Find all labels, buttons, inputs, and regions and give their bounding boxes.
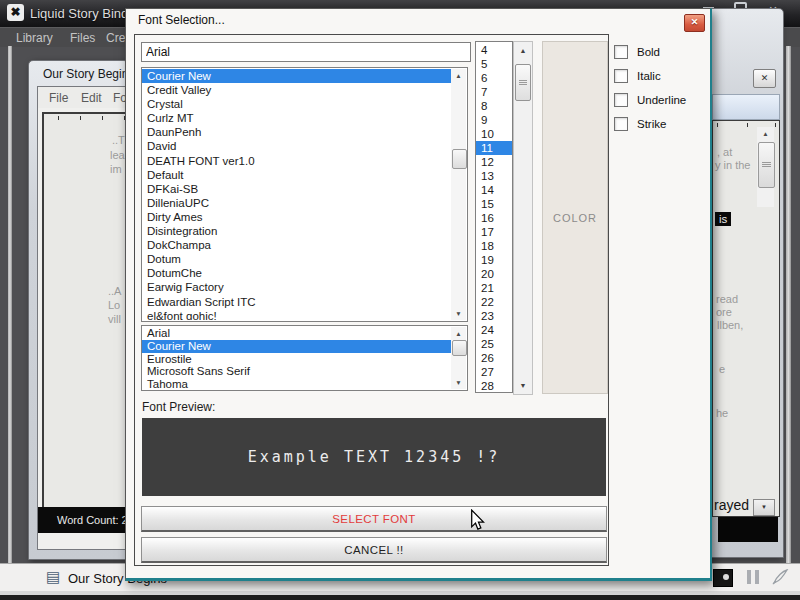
left-window: Our Story Begins File Edit Fo ..T lea im… xyxy=(28,60,129,560)
font-size-item[interactable]: 11 xyxy=(476,141,512,155)
select-font-button[interactable]: SELECT FONT xyxy=(141,506,607,532)
font-preview-label: Font Preview: xyxy=(142,400,215,414)
font-list-item[interactable]: Dotum xyxy=(142,252,451,266)
font-size-item[interactable]: 28 xyxy=(476,379,512,391)
right-window-scrollbar[interactable]: ▲ xyxy=(757,127,774,207)
font-size-item[interactable]: 25 xyxy=(476,337,512,351)
italic-label[interactable]: Italic xyxy=(637,70,661,82)
left-menu-edit[interactable]: Edit xyxy=(81,91,102,105)
font-size-item[interactable]: 6 xyxy=(476,71,512,85)
font-size-item[interactable]: 21 xyxy=(476,281,512,295)
font-size-item[interactable]: 4 xyxy=(476,43,512,57)
right-window-textarea[interactable]: ▲ , at y in the is read ore llben, e he … xyxy=(712,120,780,517)
dialog-close-button[interactable]: ✕ xyxy=(684,14,705,32)
font-size-item[interactable]: 9 xyxy=(476,113,512,127)
strike-checkbox[interactable] xyxy=(614,117,628,131)
font-size-item[interactable]: 16 xyxy=(476,211,512,225)
font-list-item[interactable]: Curlz MT xyxy=(142,111,451,125)
favorite-font-list[interactable]: ArialCourier NewEurostileMicrosoft Sans … xyxy=(141,325,468,391)
font-size-item[interactable]: 17 xyxy=(476,225,512,239)
scrollbar-thumb[interactable] xyxy=(515,64,531,101)
underline-checkbox[interactable] xyxy=(614,93,628,107)
font-list-item[interactable]: Edwardian Script ITC xyxy=(142,295,451,309)
font-list-item[interactable]: Disintegration xyxy=(142,224,451,238)
font-list-item[interactable]: DotumChe xyxy=(142,266,451,280)
font-list-item[interactable]: Courier New xyxy=(142,69,451,83)
favorite-font-item[interactable]: Arial xyxy=(142,327,451,340)
font-list-item[interactable]: David xyxy=(142,139,451,153)
font-list-item[interactable]: DaunPenh xyxy=(142,125,451,139)
scroll-down-icon[interactable]: ▼ xyxy=(451,307,466,320)
scrollbar-thumb[interactable] xyxy=(758,142,775,188)
font-size-item[interactable]: 26 xyxy=(476,351,512,365)
font-size-item[interactable]: 27 xyxy=(476,365,512,379)
scrollbar-thumb[interactable] xyxy=(452,340,467,356)
size-list-scrollbar[interactable]: ▲ ▼ xyxy=(513,41,533,395)
menu-files[interactable]: Files xyxy=(70,31,95,45)
text-fragment: vill xyxy=(108,313,121,325)
font-list-item[interactable]: DEATH FONT ver1.0 xyxy=(142,154,451,168)
font-list-item[interactable]: el&font gohic! xyxy=(142,309,451,320)
font-size-item[interactable]: 7 xyxy=(476,85,512,99)
font-size-item[interactable]: 12 xyxy=(476,155,512,169)
text-fragment: he xyxy=(716,407,728,419)
scrollbar-thumb[interactable] xyxy=(452,149,467,169)
strike-label[interactable]: Strike xyxy=(637,118,666,130)
favorite-font-item[interactable]: Courier New xyxy=(142,340,451,353)
font-size-item[interactable]: 18 xyxy=(476,239,512,253)
scroll-up-icon[interactable]: ▲ xyxy=(757,127,774,140)
favorite-font-item[interactable]: Tahoma xyxy=(142,378,451,389)
color-button[interactable]: COLOR xyxy=(542,41,608,394)
text-fragment: Lo xyxy=(108,299,120,311)
dropdown-arrow-icon: ▼ xyxy=(761,504,767,510)
font-size-item[interactable]: 23 xyxy=(476,309,512,323)
font-name-input[interactable] xyxy=(141,42,471,62)
font-list-item[interactable]: Crystal xyxy=(142,97,451,111)
font-list-item[interactable]: DokChampa xyxy=(142,238,451,252)
underline-label[interactable]: Underline xyxy=(637,94,686,106)
cancel-button[interactable]: CANCEL !! xyxy=(141,537,607,563)
font-size-item[interactable]: 10 xyxy=(476,127,512,141)
dropdown-button[interactable]: ▼ xyxy=(753,499,775,516)
underline-checkbox-row: Underline xyxy=(614,93,686,107)
pause-icon[interactable] xyxy=(747,570,762,584)
bold-checkbox[interactable] xyxy=(614,45,628,59)
font-list[interactable]: Courier NewCredit ValleyCrystalCurlz MTD… xyxy=(141,67,468,322)
font-list-scrollbar[interactable]: ▲ ▼ xyxy=(451,69,466,320)
font-size-item[interactable]: 13 xyxy=(476,169,512,183)
left-window-textarea[interactable]: ..T lea im ..A Lo vill xyxy=(42,112,135,514)
scroll-down-icon[interactable]: ▼ xyxy=(451,376,466,389)
font-list-item[interactable]: Dirty Ames xyxy=(142,210,451,224)
font-list-item[interactable]: Default xyxy=(142,168,451,182)
favorite-list-scrollbar[interactable]: ▲ ▼ xyxy=(451,327,466,389)
left-menu-file[interactable]: File xyxy=(49,91,68,105)
scroll-up-icon[interactable]: ▲ xyxy=(451,69,466,82)
scroll-down-icon[interactable]: ▼ xyxy=(514,378,532,393)
italic-checkbox[interactable] xyxy=(614,69,628,83)
media-thumbnail-icon[interactable] xyxy=(713,569,733,587)
font-list-item[interactable]: Earwig Factory xyxy=(142,280,451,294)
font-size-item[interactable]: 8 xyxy=(476,99,512,113)
favorite-font-item[interactable]: Microsoft Sans Serif xyxy=(142,365,451,378)
font-size-item[interactable]: 15 xyxy=(476,197,512,211)
favorite-font-item[interactable]: Eurostile xyxy=(142,353,451,366)
font-size-item[interactable]: 19 xyxy=(476,253,512,267)
quill-icon[interactable] xyxy=(770,567,790,591)
font-size-item[interactable]: 20 xyxy=(476,267,512,281)
font-size-item[interactable]: 14 xyxy=(476,183,512,197)
bold-checkbox-row: Bold xyxy=(614,45,660,59)
italic-checkbox-row: Italic xyxy=(614,69,661,83)
font-list-item[interactable]: Credit Valley xyxy=(142,83,451,97)
right-window-close-button[interactable]: ✕ xyxy=(753,69,776,88)
font-size-item[interactable]: 22 xyxy=(476,295,512,309)
bold-label[interactable]: Bold xyxy=(637,46,660,58)
font-list-item[interactable]: DFKai-SB xyxy=(142,182,451,196)
font-size-list[interactable]: 4567891011121314151617181920212223242526… xyxy=(475,41,513,393)
app-logo-icon: ✖ xyxy=(7,4,24,21)
scroll-up-icon[interactable]: ▲ xyxy=(451,327,466,340)
font-list-item[interactable]: DilleniaUPC xyxy=(142,196,451,210)
scroll-up-icon[interactable]: ▲ xyxy=(514,43,532,58)
font-size-item[interactable]: 24 xyxy=(476,323,512,337)
font-size-item[interactable]: 5 xyxy=(476,57,512,71)
menu-library[interactable]: Library xyxy=(16,31,53,45)
